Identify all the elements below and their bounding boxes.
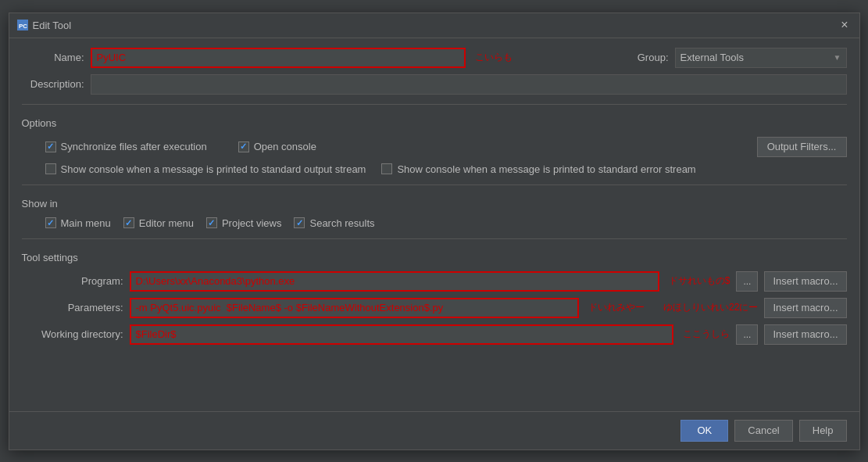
tool-settings-label: Tool settings: [22, 252, 847, 263]
group-dropdown[interactable]: External Tools ▼: [675, 48, 847, 68]
sync-files-checkbox[interactable]: [45, 141, 56, 152]
search-results-row: Search results: [294, 217, 374, 229]
title-bar: PC Edit Tool ×: [9, 13, 859, 38]
app-icon: PC: [17, 20, 28, 30]
show-console-stderr-checkbox[interactable]: [381, 163, 392, 174]
show-in-section-label: Show in: [22, 198, 847, 210]
editor-menu-label: Editor menu: [139, 217, 194, 229]
options-row-1: Synchronize files after execution Open c…: [22, 137, 847, 157]
parameters-label: Parameters:: [22, 302, 123, 313]
name-red-annotation: こいらも: [475, 51, 513, 64]
show-console-stdout-label: Show console when a message is printed t…: [61, 163, 366, 175]
divider-2: [22, 184, 847, 185]
params-red-annotation: ドいれみやー ゆほしりいれい22にー: [588, 301, 758, 314]
search-results-checkbox[interactable]: [294, 217, 305, 228]
cancel-button[interactable]: Cancel: [734, 420, 792, 442]
bottom-bar: OK Cancel Help: [9, 411, 859, 449]
description-row: Description:: [22, 74, 847, 95]
main-menu-label: Main menu: [61, 217, 111, 229]
show-console-stdout-checkbox[interactable]: [45, 163, 56, 174]
dropdown-arrow-icon: ▼: [834, 53, 841, 62]
title-bar-left: PC Edit Tool: [17, 20, 72, 31]
svg-text:PC: PC: [19, 23, 27, 30]
dialog-content: Name: こいらも Group: External Tools ▼ Descr…: [9, 38, 859, 411]
main-menu-checkbox[interactable]: [45, 217, 56, 228]
name-input[interactable]: [91, 48, 466, 68]
description-input[interactable]: [91, 74, 847, 95]
program-red-annotation: ドサれいもの$: [669, 274, 730, 288]
program-row: Program: ドサれいもの$ ... Insert macro...: [22, 271, 847, 292]
working-dir-row: Working directory: ここうしら ... Insert macr…: [22, 324, 847, 345]
program-label: Program:: [22, 275, 123, 287]
show-console-stderr-row: Show console when a message is printed t…: [381, 163, 695, 175]
sync-files-row: Synchronize files after execution: [45, 141, 207, 152]
project-views-row: Project views: [206, 217, 282, 229]
dialog-title: Edit Tool: [33, 20, 72, 31]
open-console-label: Open console: [254, 141, 316, 152]
desc-label: Description:: [22, 78, 84, 90]
show-console-stderr-label: Show console when a message is printed t…: [397, 163, 695, 175]
project-views-checkbox[interactable]: [206, 217, 217, 228]
parameters-row: Parameters: ドいれみやー ゆほしりいれい22にー Insert ma…: [22, 298, 847, 318]
help-button[interactable]: Help: [799, 420, 847, 442]
parameters-input[interactable]: [130, 298, 580, 318]
working-dir-red-annotation: ここうしら: [683, 328, 730, 341]
edit-tool-dialog: PC Edit Tool × Name: こいらも Group: Externa…: [9, 13, 860, 450]
output-filters-button[interactable]: Output Filters...: [757, 137, 847, 157]
working-dir-label: Working directory:: [22, 328, 123, 340]
group-value: External Tools: [680, 52, 744, 63]
name-group-row: Name: こいらも Group: External Tools ▼: [22, 48, 847, 68]
editor-menu-checkbox[interactable]: [123, 217, 134, 228]
working-dir-input[interactable]: [130, 324, 674, 345]
group-label: Group:: [630, 52, 669, 63]
options-section-label: Options: [22, 117, 847, 129]
show-in-row: Main menu Editor menu Project views Sear…: [22, 217, 847, 229]
name-label: Name:: [22, 52, 84, 63]
working-dir-ellipsis-button[interactable]: ...: [736, 324, 758, 345]
program-input[interactable]: [130, 271, 659, 292]
program-insert-macro-button[interactable]: Insert macro...: [764, 271, 846, 292]
show-console-stdout-row: Show console when a message is printed t…: [45, 163, 366, 175]
close-button[interactable]: ×: [838, 17, 851, 33]
open-console-row: Open console: [238, 141, 316, 152]
open-console-checkbox[interactable]: [238, 141, 249, 152]
sync-files-label: Synchronize files after execution: [61, 141, 207, 152]
parameters-insert-macro-button[interactable]: Insert macro...: [764, 298, 846, 318]
divider-1: [22, 104, 847, 105]
editor-menu-row: Editor menu: [123, 217, 194, 229]
search-results-label: Search results: [309, 217, 374, 229]
ok-button[interactable]: OK: [680, 420, 728, 442]
program-ellipsis-button[interactable]: ...: [736, 271, 758, 292]
divider-3: [22, 238, 847, 239]
working-dir-insert-macro-button[interactable]: Insert macro...: [764, 324, 846, 345]
options-row-2: Show console when a message is printed t…: [22, 163, 847, 175]
main-menu-row: Main menu: [45, 217, 111, 229]
project-views-label: Project views: [222, 217, 282, 229]
